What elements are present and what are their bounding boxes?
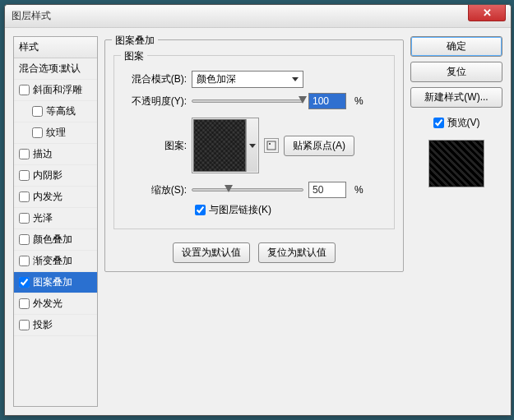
style-item-10[interactable]: 外发光 xyxy=(14,293,97,315)
style-item-label: 纹理 xyxy=(46,126,66,140)
style-item-0[interactable]: 斜面和浮雕 xyxy=(14,80,97,101)
blend-mode-label: 混合模式(B): xyxy=(123,72,187,86)
style-item-9[interactable]: 图案叠加 xyxy=(14,272,97,293)
link-layer-checkbox[interactable] xyxy=(195,205,206,215)
opacity-label: 不透明度(Y): xyxy=(123,95,187,108)
dialog-title: 图层样式 xyxy=(12,9,51,23)
style-item-11[interactable]: 投影 xyxy=(14,315,97,336)
style-item-4[interactable]: 内阴影 xyxy=(14,165,97,187)
reset-default-button[interactable]: 复位为默认值 xyxy=(258,242,336,263)
style-item-checkbox[interactable] xyxy=(32,106,43,117)
blend-mode-dropdown[interactable]: 颜色加深 xyxy=(192,71,303,88)
style-item-label: 内阴影 xyxy=(33,168,63,182)
style-item-label: 内发光 xyxy=(33,190,63,204)
preview-checkbox[interactable] xyxy=(433,118,444,128)
pattern-overlay-fieldset: 图案叠加 图案 混合模式(B): 颜色加深 不透明度(Y): xyxy=(104,39,404,272)
style-item-checkbox[interactable] xyxy=(19,213,30,224)
close-icon[interactable]: ✕ xyxy=(468,5,506,21)
style-item-label: 颜色叠加 xyxy=(33,233,72,247)
ok-button[interactable]: 确定 xyxy=(410,36,502,57)
style-item-checkbox[interactable] xyxy=(19,192,30,202)
style-item-2[interactable]: 纹理 xyxy=(14,122,97,144)
pattern-label: 图案: xyxy=(123,139,187,153)
style-item-label: 描边 xyxy=(33,147,53,161)
preview-label: 预览(V) xyxy=(447,116,480,130)
style-item-checkbox[interactable] xyxy=(19,298,30,309)
slider-thumb-icon[interactable] xyxy=(299,96,307,104)
pattern-swatch-icon xyxy=(193,119,246,172)
style-item-checkbox[interactable] xyxy=(19,85,30,95)
pattern-inner-fieldset: 图案 混合模式(B): 颜色加深 不透明度(Y): 100 xyxy=(113,55,395,229)
style-item-label: 等高线 xyxy=(46,104,76,118)
pattern-picker[interactable] xyxy=(192,118,259,173)
right-panel: 确定 复位 新建样式(W)... 预览(V) xyxy=(410,36,502,407)
slider-thumb-icon[interactable] xyxy=(225,185,233,192)
style-item-checkbox[interactable] xyxy=(19,277,30,288)
svg-rect-1 xyxy=(269,143,271,145)
snap-origin-button[interactable]: 贴紧原点(A) xyxy=(284,136,354,156)
scale-label: 缩放(S): xyxy=(123,183,187,197)
style-item-label: 投影 xyxy=(33,318,53,332)
style-item-8[interactable]: 渐变叠加 xyxy=(14,251,97,272)
style-item-label: 斜面和浮雕 xyxy=(33,83,82,97)
scale-input[interactable]: 50 xyxy=(308,182,346,198)
pattern-dropdown-button[interactable] xyxy=(246,119,257,172)
link-layer-label: 与图层链接(K) xyxy=(209,203,271,217)
percent-label: % xyxy=(354,95,364,107)
style-list: 样式 混合选项:默认 斜面和浮雕等高线纹理描边内阴影内发光光泽颜色叠加渐变叠加图… xyxy=(13,36,98,407)
layer-style-dialog: 图层样式 ✕ 样式 混合选项:默认 斜面和浮雕等高线纹理描边内阴影内发光光泽颜色… xyxy=(4,4,512,416)
style-item-checkbox[interactable] xyxy=(19,320,30,330)
blend-mode-value: 颜色加深 xyxy=(197,72,236,86)
blending-options-default[interactable]: 混合选项:默认 xyxy=(14,58,97,80)
set-default-button[interactable]: 设置为默认值 xyxy=(173,242,250,263)
style-list-header: 样式 xyxy=(14,37,97,58)
fieldset-title: 图案叠加 xyxy=(112,34,158,48)
cancel-button[interactable]: 复位 xyxy=(410,62,502,82)
svg-rect-0 xyxy=(267,141,276,150)
preview-thumbnail xyxy=(428,140,484,187)
style-item-7[interactable]: 颜色叠加 xyxy=(14,229,97,251)
chevron-down-icon xyxy=(292,77,299,81)
new-style-button[interactable]: 新建样式(W)... xyxy=(410,87,502,108)
inner-title: 图案 xyxy=(121,49,147,63)
opacity-slider[interactable] xyxy=(192,99,303,103)
style-item-checkbox[interactable] xyxy=(19,149,30,159)
chevron-down-icon xyxy=(249,144,256,148)
style-item-1[interactable]: 等高线 xyxy=(14,101,97,122)
style-item-checkbox[interactable] xyxy=(19,256,30,266)
style-item-checkbox[interactable] xyxy=(32,127,43,138)
titlebar[interactable]: 图层样式 ✕ xyxy=(5,5,511,28)
style-item-3[interactable]: 描边 xyxy=(14,144,97,165)
style-item-label: 图案叠加 xyxy=(33,275,72,289)
new-pattern-icon[interactable] xyxy=(264,138,279,153)
style-item-6[interactable]: 光泽 xyxy=(14,208,97,229)
style-item-checkbox[interactable] xyxy=(19,234,30,245)
scale-slider[interactable] xyxy=(192,188,303,192)
style-item-label: 渐变叠加 xyxy=(33,254,72,268)
style-item-label: 光泽 xyxy=(33,211,53,225)
style-item-label: 外发光 xyxy=(33,297,63,311)
center-panel: 图案叠加 图案 混合模式(B): 颜色加深 不透明度(Y): xyxy=(104,36,404,407)
percent-label: % xyxy=(354,184,364,196)
opacity-input[interactable]: 100 xyxy=(308,93,346,109)
style-item-checkbox[interactable] xyxy=(19,170,30,181)
style-item-5[interactable]: 内发光 xyxy=(14,187,97,208)
